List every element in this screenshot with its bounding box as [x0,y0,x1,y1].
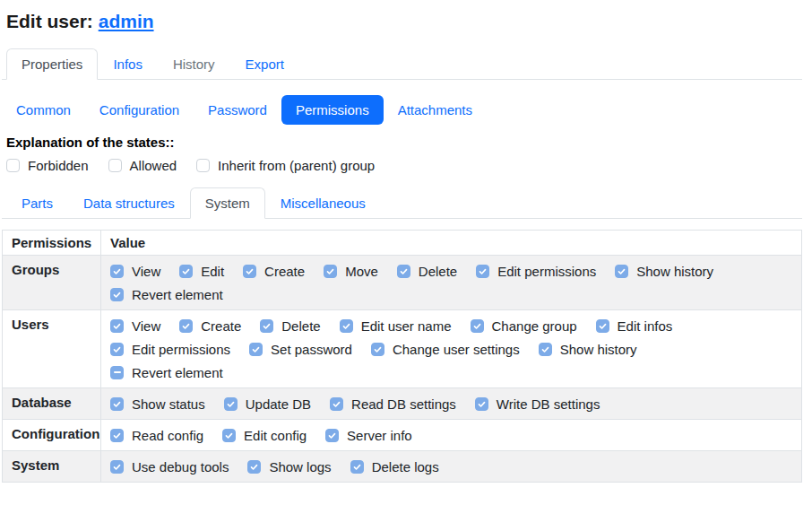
checkbox-checked-icon[interactable] [397,265,410,278]
permission-groups-edit-permissions[interactable]: Edit permissions [476,264,596,279]
checkbox-checked-icon[interactable] [475,397,488,411]
permission-label: Change group [492,318,577,334]
checkbox-unchecked-icon[interactable] [196,159,210,172]
checkbox-checked-icon[interactable] [224,397,238,411]
table-header-row: Permissions Value [3,231,802,256]
permission-users-edit-user-name[interactable]: Edit user name [340,318,452,334]
permission-groups-view[interactable]: View [110,264,160,279]
legend-item-allowed[interactable]: Allowed [108,158,177,173]
permission-configuration-edit-config[interactable]: Edit config [222,428,307,443]
checkbox-checked-icon[interactable] [476,265,489,278]
permission-label: Revert element [132,287,223,302]
legend-item-inherit-from-parent-group[interactable]: Inherit from (parent) group [196,158,375,173]
page: Edit user: admin PropertiesInfosHistoryE… [2,11,802,483]
tab-password[interactable]: Password [194,95,281,125]
tab-infos[interactable]: Infos [98,48,158,80]
permission-label: Read DB settings [351,396,456,412]
permission-groups-delete[interactable]: Delete [397,264,457,279]
permission-users-show-history[interactable]: Show history [539,342,637,357]
main-tab-bar: PropertiesInfosHistoryExport [2,48,802,80]
checkbox-checked-icon[interactable] [260,319,273,333]
tab-export[interactable]: Export [230,48,299,80]
checkbox-checked-icon[interactable] [110,265,124,278]
permission-users-set-password[interactable]: Set password [249,342,352,357]
tab-attachments[interactable]: Attachments [384,95,487,125]
permission-groups-move[interactable]: Move [324,264,378,279]
checkbox-checked-icon[interactable] [179,319,193,333]
checkbox-checked-icon[interactable] [324,265,337,278]
permission-label: Set password [271,342,352,357]
permission-database-read-db-settings[interactable]: Read DB settings [330,396,456,412]
tab-miscellaneous[interactable]: Miscellaneous [265,187,381,219]
permission-system-use-debug-tools[interactable]: Use debug tools [110,459,229,475]
permission-groups-edit[interactable]: Edit [179,264,224,279]
tab-system[interactable]: System [190,187,265,219]
permission-groups-revert-element[interactable]: Revert element [110,287,223,302]
permission-users-revert-element[interactable]: Revert element [110,365,223,380]
permission-users-edit-infos[interactable]: Edit infos [596,318,673,334]
permission-users-view[interactable]: View [110,318,160,334]
checkbox-checked-icon[interactable] [179,265,193,278]
checkbox-checked-icon[interactable] [110,288,124,301]
permission-users-create[interactable]: Create [179,318,241,334]
permission-users-change-group[interactable]: Change group [471,318,577,334]
permission-system-show-logs[interactable]: Show logs [247,459,331,475]
permission-groups-create[interactable]: Create [243,264,305,279]
checkbox-line: Show statusUpdate DBRead DB settingsWrit… [110,392,792,415]
checkbox-checked-icon[interactable] [110,397,124,411]
tab-configuration[interactable]: Configuration [85,95,194,125]
checkbox-checked-icon[interactable] [596,319,609,333]
checkbox-checked-icon[interactable] [325,429,339,442]
checkbox-checked-icon[interactable] [110,343,124,356]
permission-users-change-user-settings[interactable]: Change user settings [371,342,520,357]
permission-configuration-read-config[interactable]: Read config [110,428,203,443]
checkbox-checked-icon[interactable] [247,460,261,474]
permission-label: Delete [419,264,457,279]
checkbox-unchecked-icon[interactable] [6,159,20,172]
page-title-label: Edit user: [6,11,93,31]
column-header-permissions: Permissions [3,231,101,256]
legend-item-label: Forbidden [28,158,89,173]
permission-users-edit-permissions[interactable]: Edit permissions [110,342,230,357]
tab-parts[interactable]: Parts [6,187,68,219]
checkbox-checked-icon[interactable] [340,319,353,333]
tab-data-structures[interactable]: Data structures [68,187,190,219]
checkbox-checked-icon[interactable] [110,460,124,474]
tab-common[interactable]: Common [2,95,85,125]
permission-database-write-db-settings[interactable]: Write DB settings [475,396,600,412]
checkbox-checked-icon[interactable] [471,319,484,333]
checkbox-checked-icon[interactable] [539,343,552,356]
checkbox-unchecked-icon[interactable] [108,159,122,172]
tab-properties[interactable]: Properties [6,48,98,80]
permission-database-show-status[interactable]: Show status [110,396,205,412]
permission-groups-show-history[interactable]: Show history [615,264,713,279]
permission-label: Delete logs [372,459,439,475]
permission-label: Change user settings [393,342,520,357]
checkbox-line: Revert element [110,361,792,384]
checkbox-checked-icon[interactable] [249,343,263,356]
checkbox-checked-icon[interactable] [330,397,343,411]
tab-permissions[interactable]: Permissions [281,95,384,125]
checkbox-checked-icon[interactable] [110,429,124,442]
legend-item-forbidden[interactable]: Forbidden [6,158,89,173]
permission-label: Show status [132,396,205,412]
permission-users-delete[interactable]: Delete [260,318,320,334]
checkbox-checked-icon[interactable] [222,429,236,442]
edited-user-link[interactable]: admin [99,11,154,31]
checkbox-checked-icon[interactable] [243,265,256,278]
category-cell: Users [3,310,101,388]
permission-database-update-db[interactable]: Update DB [224,396,311,412]
checkbox-checked-icon[interactable] [371,343,384,356]
checkbox-indeterminate-icon[interactable] [110,366,124,379]
permission-label: Edit [201,264,224,279]
permission-system-delete-logs[interactable]: Delete logs [350,459,439,475]
indeterminate-dash [114,371,121,373]
legend-item-label: Allowed [130,158,177,173]
checkbox-line: ViewCreateDeleteEdit user nameChange gro… [110,314,792,337]
checkbox-checked-icon[interactable] [350,460,364,474]
table-row-configuration: ConfigurationRead configEdit configServe… [3,420,802,451]
checkbox-checked-icon[interactable] [615,265,628,278]
checkbox-checked-icon[interactable] [110,319,124,333]
permission-configuration-server-info[interactable]: Server info [325,428,412,443]
permission-label: Delete [281,318,320,334]
